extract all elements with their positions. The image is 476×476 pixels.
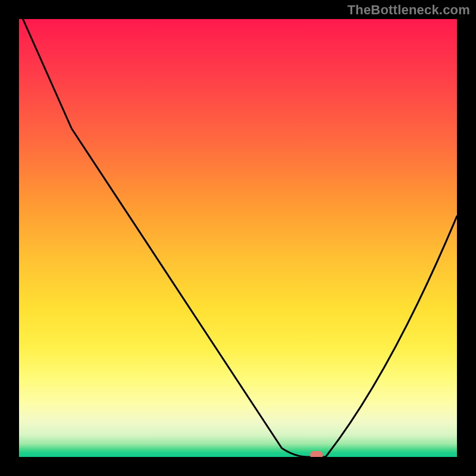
chart-frame: TheBottleneck.com bbox=[0, 0, 476, 476]
plot-area bbox=[19, 19, 457, 457]
curve-path bbox=[19, 19, 457, 457]
bottleneck-curve bbox=[19, 19, 457, 457]
attribution-text: TheBottleneck.com bbox=[347, 2, 470, 18]
optimal-point-marker bbox=[310, 451, 323, 457]
